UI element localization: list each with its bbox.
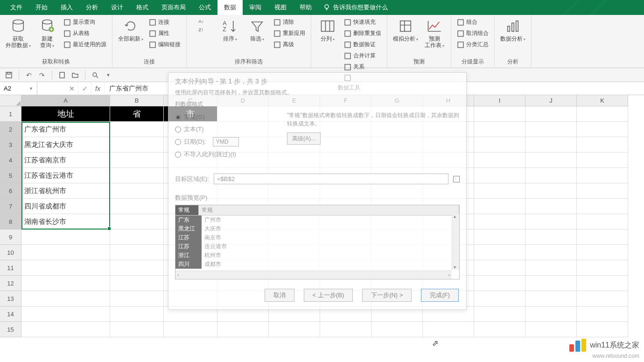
cell-K9[interactable] <box>577 230 628 245</box>
cell-B15[interactable] <box>110 322 164 337</box>
cell-A7[interactable]: 四川省成都市 <box>21 199 110 214</box>
row-header-12[interactable]: 12 <box>0 276 21 291</box>
menu-item-4[interactable]: 设计 <box>105 0 130 15</box>
ribbon-small-3-3[interactable]: 合并计算 <box>342 50 383 61</box>
row-header-1[interactable]: 1 <box>0 106 21 122</box>
cell-K4[interactable] <box>577 153 628 168</box>
cell-B2[interactable] <box>110 122 164 137</box>
cell-A1[interactable]: 地址 <box>21 106 110 122</box>
menu-item-0[interactable]: 文件 <box>4 0 29 15</box>
ribbon-small-2-0[interactable]: 清除 <box>272 17 307 28</box>
cell-J9[interactable] <box>525 230 577 245</box>
ribbon-small-3-2[interactable]: 数据验证 <box>342 39 383 50</box>
ribbon-small-2-1[interactable]: 重新应用 <box>272 28 307 39</box>
row-header-11[interactable]: 11 <box>0 260 21 276</box>
cell-I4[interactable] <box>474 153 525 168</box>
cell-A9[interactable] <box>21 230 110 245</box>
row-header-4[interactable]: 4 <box>0 153 21 168</box>
ribbon-small-0-1[interactable]: 从表格 <box>62 28 108 39</box>
advanced-button[interactable]: 高级(A)... <box>287 132 321 145</box>
ribbon-btn-分析-0[interactable]: 数据分析▾ <box>498 17 527 44</box>
cell-F15[interactable] <box>320 322 371 337</box>
cell-I15[interactable] <box>474 322 525 337</box>
cell-I13[interactable] <box>474 291 525 306</box>
row-header-7[interactable]: 7 <box>0 199 21 214</box>
print-preview-icon[interactable] <box>90 70 100 80</box>
preview-hscrollbar[interactable]: ‹› <box>175 271 452 279</box>
select-all-corner[interactable] <box>0 95 21 106</box>
ribbon-small-5-0[interactable]: 组合 <box>455 17 490 28</box>
save-icon[interactable] <box>4 70 14 80</box>
cell-B10[interactable] <box>110 245 164 260</box>
cell-K13[interactable] <box>577 291 628 306</box>
cell-A3[interactable]: 黑龙江省大庆市 <box>21 137 110 153</box>
ribbon-btn-预测-0[interactable]: 模拟分析▾ <box>391 17 420 44</box>
col-header-K[interactable]: K <box>577 95 628 106</box>
ribbon-small-2-2[interactable]: 高级 <box>272 39 307 50</box>
cell-C15[interactable] <box>164 322 217 337</box>
cell-A15[interactable] <box>21 322 110 337</box>
radio-2[interactable]: 日期(D):YMD <box>175 135 268 148</box>
ribbon-btn-排序和筛选-1[interactable]: AZ排序▾ <box>217 17 243 44</box>
cell-B9[interactable] <box>110 230 164 245</box>
radio-1[interactable]: 文本(T) <box>175 123 268 135</box>
cell-A6[interactable]: 浙江省杭州市 <box>21 183 110 199</box>
cell-B13[interactable] <box>110 291 164 306</box>
accept-formula-icon[interactable]: ✓ <box>78 82 91 95</box>
radio-0[interactable]: 常规(G) <box>175 111 268 123</box>
cell-B3[interactable] <box>110 137 164 153</box>
ribbon-btn-数据工具-0[interactable]: 分列▾ <box>315 17 340 44</box>
cell-K10[interactable] <box>577 245 628 260</box>
ribbon-small-3-4[interactable]: 关系 <box>342 62 383 72</box>
cell-I9[interactable] <box>474 230 525 245</box>
row-header-14[interactable]: 14 <box>0 306 21 322</box>
cell-J14[interactable] <box>525 306 577 322</box>
ribbon-small-0-0[interactable]: 显示查询 <box>62 17 108 28</box>
ribbon-small-1-1[interactable]: 属性 <box>147 28 182 39</box>
cell-H15[interactable] <box>423 322 474 337</box>
cell-A12[interactable] <box>21 276 110 291</box>
cell-B1[interactable]: 省 <box>110 106 164 122</box>
preview-header-1[interactable]: 常规 <box>175 205 199 215</box>
menu-item-3[interactable]: 分析 <box>79 0 105 15</box>
cell-B8[interactable] <box>110 214 164 230</box>
col-header-J[interactable]: J <box>525 95 577 106</box>
cell-J11[interactable] <box>525 260 577 276</box>
cell-K12[interactable] <box>577 276 628 291</box>
row-header-6[interactable]: 6 <box>0 183 21 199</box>
cell-B6[interactable] <box>110 183 164 199</box>
menu-item-11[interactable]: 帮助 <box>293 0 318 15</box>
ribbon-small-1-2[interactable]: 编辑链接 <box>147 39 182 50</box>
undo-icon[interactable]: ↶ <box>24 70 34 80</box>
ribbon-small-5-1[interactable]: 取消组合 <box>455 28 490 39</box>
target-range-input[interactable]: =$B$2 <box>214 174 448 184</box>
cell-I1[interactable] <box>474 106 525 122</box>
cell-I8[interactable] <box>474 214 525 230</box>
cell-B5[interactable] <box>110 168 164 183</box>
cell-K6[interactable] <box>577 183 628 199</box>
cell-A8[interactable]: 湖南省长沙市 <box>21 214 110 230</box>
ribbon-btn-获取和转换-0[interactable]: 获取外部数据▾ <box>4 17 33 50</box>
menu-item-1[interactable]: 开始 <box>29 0 54 15</box>
cell-J12[interactable] <box>525 276 577 291</box>
col-header-I[interactable]: I <box>474 95 525 106</box>
cell-E15[interactable] <box>269 322 320 337</box>
row-header-15[interactable]: 15 <box>0 322 21 337</box>
cell-I10[interactable] <box>474 245 525 260</box>
cell-J5[interactable] <box>525 168 577 183</box>
preview-header-2[interactable]: 常规 <box>199 205 459 215</box>
row-header-8[interactable]: 8 <box>0 214 21 230</box>
cell-I11[interactable] <box>474 260 525 276</box>
cell-I12[interactable] <box>474 276 525 291</box>
cell-A10[interactable] <box>21 245 110 260</box>
cancel-button[interactable]: 取消 <box>265 289 294 302</box>
cell-K2[interactable] <box>577 122 628 137</box>
menu-item-7[interactable]: 公式 <box>192 0 217 15</box>
cell-A14[interactable] <box>21 306 110 322</box>
row-header-13[interactable]: 13 <box>0 291 21 306</box>
cell-K15[interactable] <box>577 322 628 337</box>
cell-G15[interactable] <box>371 322 423 337</box>
row-header-10[interactable]: 10 <box>0 245 21 260</box>
row-header-9[interactable]: 9 <box>0 230 21 245</box>
cell-I6[interactable] <box>474 183 525 199</box>
